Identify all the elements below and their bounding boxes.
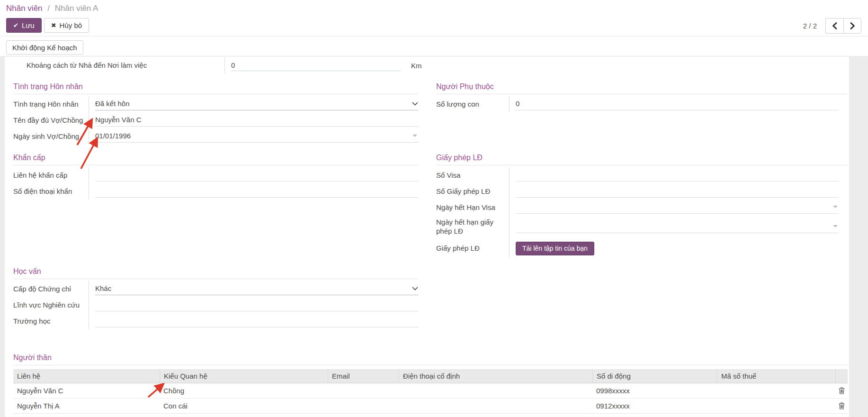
field-row-work-permit-expire: Ngày hết hạn giấy phép LĐ [436, 216, 847, 238]
field-row-school: Trường học [13, 313, 418, 329]
certificate-level-select[interactable]: Khác [95, 283, 418, 295]
column-header-mobile[interactable]: Số di động [592, 369, 717, 383]
cell-contact[interactable]: Nguyễn Văn C [13, 383, 160, 398]
form-sheet: Khoảng cách từ Nhà đến Nơi làm việc 0 Km… [5, 56, 849, 417]
group-marital-status: Tình trạng Hôn nhân Tình trạng Hôn nhân … [13, 80, 418, 145]
chevron-left-icon [832, 22, 837, 29]
emergency-contact-input[interactable] [95, 169, 418, 181]
spouse-name-label: Tên đầy đủ Vợ/Chồng [13, 116, 89, 125]
emergency-phone-label: Số điện thoại khẩn [13, 187, 89, 196]
study-field-label: Lĩnh vực Nghiên cứu [13, 301, 89, 310]
pager-next-button[interactable] [843, 18, 861, 34]
cell-mobile[interactable]: 0912xxxxx [592, 399, 717, 413]
cell-tax-code[interactable] [717, 399, 835, 413]
field-row-children-count: Số lượng con 0 [436, 96, 847, 112]
work-permit-file-label: Giấy phép LĐ [436, 244, 509, 253]
spouse-birthdate-input[interactable]: 01/01/1996 [95, 130, 418, 143]
spouse-name-input[interactable]: Nguyễn Văn C [95, 114, 418, 127]
school-label: Trường học [13, 317, 89, 326]
cell-landline[interactable] [399, 383, 592, 398]
group-emergency: Khẩn cấp Liên hệ khẩn cấp Số điện thoại … [13, 151, 418, 199]
breadcrumb: Nhân viên / Nhân viên A [0, 0, 868, 13]
chevron-down-icon [412, 102, 418, 106]
visa-number-input[interactable] [516, 169, 839, 181]
spouse-birthdate-value: 01/01/1996 [95, 132, 131, 140]
breadcrumb-separator: / [47, 4, 50, 13]
column-header-contact[interactable]: Liên hệ [13, 369, 160, 383]
field-row-work-permit-number: Số Giấy phép LĐ [436, 183, 847, 199]
school-input[interactable] [95, 315, 418, 327]
marital-status-value: Đã kết hôn [95, 100, 130, 108]
field-row-distance: Khoảng cách từ Nhà đến Nơi làm việc 0 Km [13, 57, 849, 73]
work-permit-number-input[interactable] [516, 185, 839, 198]
pager: 2 / 2 [803, 18, 861, 34]
field-row-emergency-contact: Liên hệ khẩn cấp [13, 167, 418, 183]
children-count-label: Số lượng con [436, 100, 509, 109]
distance-input[interactable]: 0 [231, 60, 401, 71]
control-panel: Nhân viên / Nhân viên A ✔ Lưu ✖ Hủy bỏ 2… [0, 0, 868, 56]
form-page-background: Khoảng cách từ Nhà đến Nơi làm việc 0 Km… [0, 56, 868, 417]
save-button[interactable]: ✔ Lưu [6, 18, 42, 33]
field-row-spouse-name: Tên đầy đủ Vợ/Chồng Nguyễn Văn C [13, 112, 418, 128]
breadcrumb-employees-link[interactable]: Nhân viên [6, 4, 43, 13]
field-row-visa-number: Số Visa [436, 167, 847, 183]
certificate-level-value: Khác [95, 284, 111, 292]
children-count-input[interactable]: 0 [516, 98, 839, 110]
field-row-spouse-birthdate: Ngày sinh Vợ/Chồng 01/01/1996 [13, 128, 418, 145]
column-header-email[interactable]: Email [328, 369, 399, 383]
column-header-tax-code[interactable]: Mã số thuế [717, 369, 835, 383]
discard-button-label: Hủy bỏ [60, 21, 82, 29]
section-title-emergency: Khẩn cấp [13, 151, 418, 165]
cell-email[interactable] [328, 399, 399, 413]
cell-email[interactable] [328, 383, 399, 398]
add-line-link[interactable]: Thêm một dòng [13, 414, 848, 417]
section-title-education: Học vấn [13, 265, 418, 279]
group-work-permit: Giấy phép LĐ Số Visa Số Giấy phép LĐ [436, 151, 847, 258]
relatives-table-header: Liên hệ Kiểu Quan hệ Email Điện thoại cố… [13, 369, 848, 383]
field-row-visa-expire: Ngày hết Hạn Visa [436, 199, 847, 216]
work-permit-expire-label: Ngày hết hạn giấy phép LĐ [436, 218, 509, 236]
delete-row-button[interactable] [835, 383, 848, 398]
field-row-certificate-level: Cấp độ Chứng chỉ Khác [13, 281, 418, 297]
caret-down-icon [833, 225, 838, 227]
emergency-phone-input[interactable] [95, 185, 418, 198]
cell-relation[interactable]: Con cái [160, 399, 328, 413]
cell-contact[interactable]: Nguyễn Thị A [13, 399, 160, 413]
control-panel-divider [0, 36, 868, 36]
pager-previous-button[interactable] [825, 18, 843, 34]
launch-plan-button[interactable]: Khởi động Kế hoạch [6, 40, 83, 54]
children-count-value: 0 [516, 100, 519, 108]
cell-tax-code[interactable] [717, 383, 835, 398]
relative-row-1[interactable]: Nguyễn Văn C Chồng 0998xxxxx [13, 383, 848, 399]
cell-mobile[interactable]: 0998xxxxx [592, 383, 717, 398]
section-title-dependents: Người Phụ thuộc [436, 80, 847, 94]
study-field-input[interactable] [95, 299, 418, 311]
upload-file-button[interactable]: Tải lên tập tin của bạn [516, 242, 594, 255]
discard-button[interactable]: ✖ Hủy bỏ [44, 18, 89, 33]
marital-status-select[interactable]: Đã kết hôn [95, 98, 418, 110]
column-header-actions [835, 369, 848, 383]
visa-expire-input[interactable] [516, 201, 839, 214]
column-header-landline[interactable]: Điện thoại cố định [399, 369, 592, 383]
marital-status-label: Tình trạng Hôn nhân [13, 100, 89, 109]
certificate-level-label: Cấp độ Chứng chỉ [13, 285, 89, 294]
cell-landline[interactable] [399, 399, 592, 413]
chevron-right-icon [850, 22, 855, 29]
caret-down-icon [833, 206, 838, 208]
spouse-birthdate-label: Ngày sinh Vợ/Chồng [13, 132, 89, 141]
relatives-table: Liên hệ Kiểu Quan hệ Email Điện thoại cố… [13, 369, 848, 417]
section-title-marital: Tình trạng Hôn nhân [13, 80, 418, 94]
cell-relation[interactable]: Chồng [160, 383, 328, 398]
trash-icon [839, 387, 845, 394]
spouse-name-value: Nguyễn Văn C [95, 116, 142, 124]
pager-count: 2 / 2 [803, 22, 817, 30]
relative-row-2[interactable]: Nguyễn Thị A Con cái 0912xxxxx [13, 399, 848, 414]
distance-unit-label: Km [411, 62, 422, 70]
work-permit-expire-input[interactable] [516, 221, 839, 233]
group-dependents: Người Phụ thuộc Số lượng con 0 [436, 80, 847, 112]
visa-expire-label: Ngày hết Hạn Visa [436, 203, 509, 212]
column-header-relation[interactable]: Kiểu Quan hệ [160, 369, 328, 383]
delete-row-button[interactable] [835, 399, 848, 413]
field-row-marital-status: Tình trạng Hôn nhân Đã kết hôn [13, 96, 418, 112]
emergency-contact-label: Liên hệ khẩn cấp [13, 171, 89, 180]
